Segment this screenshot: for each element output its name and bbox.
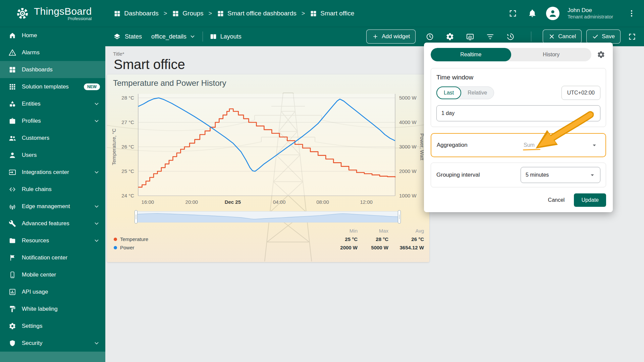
sidebar-item-settings[interactable]: Settings (0, 317, 105, 335)
states-control[interactable]: States office_details (113, 33, 196, 40)
breadcrumb-item[interactable]: Smart office (310, 10, 354, 17)
svg-text:08:00: 08:00 (316, 199, 329, 205)
svg-text:Dec 25: Dec 25 (225, 199, 241, 205)
avatar[interactable] (546, 7, 559, 20)
power-dot (114, 246, 117, 249)
timewindow-settings-icon[interactable] (596, 50, 606, 60)
power-avg: 3654.12 W (388, 245, 424, 250)
sidebar-item-label: Mobile center (22, 272, 56, 278)
states-label: States (125, 33, 142, 40)
toggle-last[interactable]: Last (436, 86, 461, 99)
top-header: ThingsBoard Professional Dashboards>Grou… (0, 0, 644, 27)
customers-icon (9, 134, 16, 142)
aggregation-label: Aggregation (437, 142, 468, 148)
legend-series-power[interactable]: Power (114, 245, 327, 250)
sidebar-item-dashboards[interactable]: Dashboards (0, 61, 105, 78)
grid-icon (172, 10, 179, 17)
aggregation-select[interactable]: Sum (520, 138, 600, 153)
app-edition: Professional (34, 16, 92, 21)
range-handle-right[interactable] (398, 210, 401, 224)
save-button[interactable]: Save (586, 29, 621, 44)
entity-aliases-icon[interactable] (463, 30, 477, 43)
sidebar-item-security[interactable]: Security (0, 335, 105, 352)
chevron-down-icon (93, 220, 100, 227)
sidebar-item-entities[interactable]: Entities (0, 95, 105, 112)
breadcrumb-item[interactable]: Dashboards (114, 10, 158, 17)
sidebar-item-white-labeling[interactable]: White labeling (0, 300, 105, 317)
notification-center-icon (9, 254, 16, 261)
breadcrumb-item[interactable]: Smart office dashboards (217, 10, 297, 17)
svg-text:2000 W: 2000 W (399, 168, 417, 174)
sidebar-item-rule-chains[interactable]: Rule chains (0, 181, 105, 198)
breadcrumb: Dashboards>Groups>Smart office dashboard… (114, 10, 354, 17)
sidebar-item-label: Edge management (22, 203, 70, 210)
layouts-label: Layouts (220, 33, 241, 40)
toolbar-fullscreen-icon[interactable] (625, 30, 639, 43)
timezone-button[interactable]: UTC+02:00 (561, 86, 600, 100)
sidebar-item-advanced-features[interactable]: Advanced features (0, 215, 105, 232)
thingsboard-logo-icon (15, 6, 30, 21)
chart-widget[interactable]: Temperature and Power History 24 °C25 °C… (107, 74, 429, 262)
sidebar-item-solution-templates[interactable]: Solution templatesNEW (0, 78, 105, 95)
time-window-icon[interactable] (423, 30, 436, 43)
layouts-button[interactable]: Layouts (210, 33, 241, 40)
legend-header-avg: Avg (388, 228, 424, 234)
grouping-interval-select[interactable]: 5 minutes (521, 167, 600, 183)
sidebar-item-mobile-center[interactable]: Mobile center (0, 266, 105, 283)
filters-icon[interactable] (483, 30, 497, 43)
logo[interactable]: ThingsBoard Professional (15, 6, 92, 21)
range-handle-left[interactable] (135, 210, 138, 224)
fullscreen-icon[interactable] (507, 8, 519, 19)
notifications-icon[interactable] (527, 8, 538, 19)
sidebar-item-label: Resources (22, 237, 49, 244)
add-widget-button[interactable]: Add widget (366, 29, 416, 44)
sidebar-item-alarms[interactable]: Alarms (0, 44, 105, 61)
menu-kebab-icon[interactable] (626, 8, 637, 19)
user-menu[interactable]: John Doe Tenant administrator (568, 7, 613, 20)
aggregation-value: Sum (524, 142, 535, 148)
dashboard-title-label: Title* (113, 51, 124, 57)
dashboard-title-input[interactable]: Smart office (114, 57, 185, 72)
tab-realtime[interactable]: Realtime (431, 48, 511, 61)
check-icon (592, 33, 599, 40)
timeline-track[interactable] (136, 211, 399, 223)
sidebar-item-integrations-center[interactable]: Integrations center (0, 164, 105, 181)
breadcrumb-separator: > (164, 10, 167, 17)
sidebar-item-users[interactable]: Users (0, 146, 105, 164)
chevron-down-icon (189, 33, 196, 40)
version-control-icon[interactable] (503, 30, 517, 43)
interval-value: 1 day (441, 110, 454, 116)
aggregation-row: Aggregation Sum (431, 133, 606, 157)
breadcrumb-item[interactable]: Groups (172, 10, 203, 17)
timeline-range-selector[interactable] (136, 211, 399, 223)
toggle-relative[interactable]: Relative (461, 86, 494, 99)
chart-legend: Min Max Avg Temperature 25 °C 28 °C 26 °… (114, 228, 424, 250)
last-relative-toggle: Last Relative (436, 86, 494, 99)
dashboard-settings-icon[interactable] (443, 30, 457, 43)
sidebar-item-edge-management[interactable]: Edge management (0, 198, 105, 215)
white-labeling-icon (9, 305, 16, 313)
interval-select[interactable]: 1 day (436, 105, 600, 121)
user-role: Tenant administrator (568, 14, 613, 20)
chevron-down-icon (93, 203, 100, 210)
legend-series-temperature[interactable]: Temperature (114, 236, 327, 242)
tab-history[interactable]: History (511, 48, 592, 61)
temperature-avg: 26 °C (388, 236, 424, 242)
cancel-button[interactable]: Cancel (543, 29, 582, 44)
svg-text:04:00: 04:00 (273, 199, 286, 205)
popup-update-button[interactable]: Update (574, 193, 606, 207)
chevron-down-icon (93, 118, 100, 124)
sidebar-item-customers[interactable]: Customers (0, 129, 105, 146)
popup-cancel-button[interactable]: Cancel (548, 197, 565, 203)
sidebar-item-label: Solution templates (22, 83, 69, 90)
state-select[interactable]: office_details (151, 33, 196, 40)
sidebar-item-profiles[interactable]: Profiles (0, 112, 105, 129)
sidebar-item-home[interactable]: Home (0, 27, 105, 44)
dashboards-icon (9, 66, 16, 73)
sidebar-item-resources[interactable]: Resources (0, 232, 105, 249)
sidebar-item-notification-center[interactable]: Notification center (0, 249, 105, 266)
app-name: ThingsBoard (34, 6, 92, 17)
caret-down-icon (589, 110, 596, 117)
sidebar-item-api-usage[interactable]: API usage (0, 283, 105, 300)
svg-text:4000 W: 4000 W (399, 119, 417, 125)
